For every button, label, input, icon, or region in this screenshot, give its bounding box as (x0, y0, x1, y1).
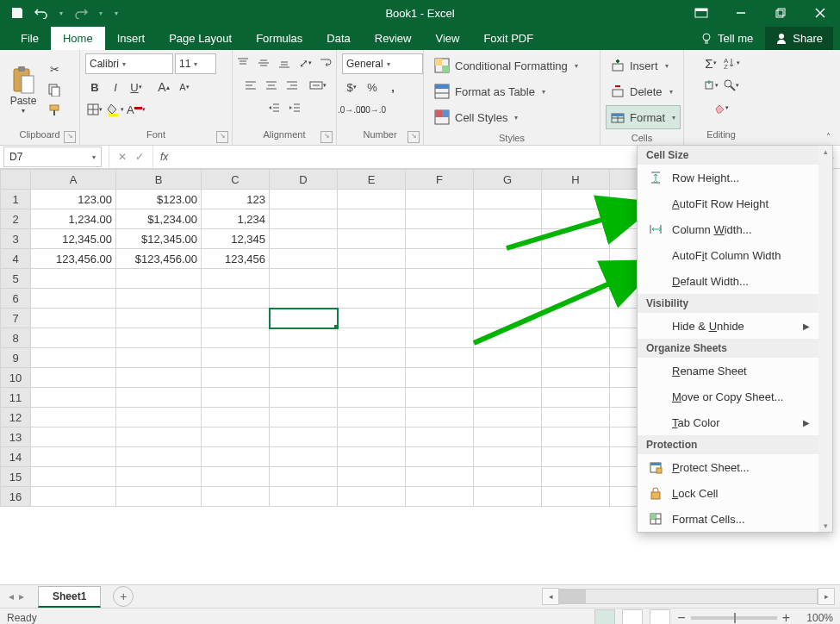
cell-C14[interactable] (202, 447, 270, 467)
cell-D13[interactable] (270, 427, 338, 447)
column-header-F[interactable]: F (406, 170, 474, 190)
cell-F1[interactable] (406, 190, 474, 209)
column-header-H[interactable]: H (542, 170, 610, 190)
font-color-button[interactable]: A▾ (127, 100, 146, 119)
cell-H12[interactable] (542, 408, 610, 427)
undo-dropdown[interactable]: ▾ (55, 3, 67, 23)
cell-A9[interactable] (31, 348, 116, 368)
cell-C3[interactable]: 12,345 (202, 229, 270, 249)
row-header-4[interactable]: 4 (1, 249, 31, 269)
row-header-6[interactable]: 6 (1, 289, 31, 309)
cell-A10[interactable] (31, 368, 116, 388)
cell-C13[interactable] (202, 427, 270, 447)
cell-C7[interactable] (202, 309, 270, 328)
number-format-combo[interactable]: General▾ (342, 53, 423, 74)
accounting-format-button[interactable]: $▾ (342, 78, 361, 97)
zoom-slider[interactable] (691, 616, 777, 620)
cell-B16[interactable] (116, 487, 202, 507)
cell-F2[interactable] (406, 209, 474, 229)
cell-G9[interactable] (474, 348, 542, 368)
cell-E8[interactable] (338, 328, 406, 348)
cell-D6[interactable] (270, 289, 338, 309)
menu-item-autofit-column-width[interactable]: AutoFit Column Width (638, 242, 818, 268)
cell-B5[interactable] (116, 269, 202, 289)
cell-G15[interactable] (474, 467, 542, 487)
cell-E12[interactable] (338, 408, 406, 427)
cell-G6[interactable] (474, 289, 542, 309)
close-button[interactable] (800, 0, 840, 26)
cell-H8[interactable] (542, 328, 610, 348)
sheet-nav-prev[interactable]: ◂ (9, 590, 14, 602)
collapse-ribbon-button[interactable]: ˄ (821, 129, 835, 143)
cell-H6[interactable] (542, 289, 610, 309)
cell-styles-button[interactable]: Cell Styles▾ (429, 105, 523, 129)
cell-G8[interactable] (474, 328, 542, 348)
row-header-9[interactable]: 9 (1, 348, 31, 368)
cell-A12[interactable] (31, 408, 116, 427)
cell-D16[interactable] (270, 487, 338, 507)
cut-button[interactable]: ✂ (45, 59, 64, 78)
cell-H9[interactable] (542, 348, 610, 368)
cell-A13[interactable] (31, 427, 116, 447)
tab-review[interactable]: Review (363, 27, 424, 50)
cell-B13[interactable] (116, 427, 202, 447)
fill-button[interactable]: ▾ (701, 76, 720, 95)
tab-home[interactable]: Home (51, 27, 105, 50)
select-all-corner[interactable] (1, 170, 31, 190)
horizontal-scrollbar[interactable]: ◂ ▸ (542, 589, 835, 604)
cell-G14[interactable] (474, 447, 542, 467)
cell-H7[interactable] (542, 309, 610, 328)
cell-B1[interactable]: $123.00 (116, 190, 202, 209)
cell-D12[interactable] (270, 408, 338, 427)
cell-H16[interactable] (542, 487, 610, 507)
cell-C15[interactable] (202, 467, 270, 487)
copy-button[interactable] (45, 80, 64, 99)
tab-insert[interactable]: Insert (105, 27, 158, 50)
cell-H3[interactable] (542, 229, 610, 249)
cell-D15[interactable] (270, 467, 338, 487)
underline-button[interactable]: U▾ (127, 78, 146, 97)
conditional-formatting-button[interactable]: Conditional Formatting▾ (429, 53, 583, 78)
menu-item-hide-unhide[interactable]: Hide & Unhide▶ (638, 313, 818, 339)
maximize-button[interactable] (761, 0, 800, 26)
cell-C8[interactable] (202, 328, 270, 348)
cell-G7[interactable] (474, 309, 542, 328)
cell-H11[interactable] (542, 388, 610, 408)
cell-A7[interactable] (31, 309, 116, 328)
menu-item-protect-sheet[interactable]: Protect Sheet... (638, 454, 818, 480)
font-size-combo[interactable]: 11▾ (175, 53, 216, 74)
align-bottom-button[interactable] (275, 53, 294, 72)
menu-item-move-or-copy-sheet[interactable]: Move or Copy Sheet... (638, 384, 818, 409)
cell-A14[interactable] (31, 447, 116, 467)
minimize-button[interactable] (721, 0, 761, 26)
cell-D14[interactable] (270, 447, 338, 467)
row-header-2[interactable]: 2 (1, 209, 31, 229)
cell-D2[interactable] (270, 209, 338, 229)
decrease-indent-button[interactable] (264, 98, 283, 117)
cell-C2[interactable]: 1,234 (202, 209, 270, 229)
cell-A8[interactable] (31, 328, 116, 348)
number-dialog-launcher[interactable]: ↘ (408, 131, 420, 143)
cell-E16[interactable] (338, 487, 406, 507)
cell-D9[interactable] (270, 348, 338, 368)
cell-G1[interactable] (474, 190, 542, 209)
cell-E2[interactable] (338, 209, 406, 229)
column-header-C[interactable]: C (202, 170, 270, 190)
cell-D4[interactable] (270, 249, 338, 269)
cell-A2[interactable]: 1,234.00 (31, 209, 116, 229)
cell-D7[interactable] (270, 309, 338, 328)
align-left-button[interactable] (241, 76, 260, 95)
row-header-8[interactable]: 8 (1, 328, 31, 348)
align-right-button[interactable] (283, 76, 302, 95)
cell-E4[interactable] (338, 249, 406, 269)
decrease-decimal-button[interactable]: .00→.0 (363, 100, 382, 119)
cell-C5[interactable] (202, 269, 270, 289)
scroll-left-button[interactable]: ◂ (542, 588, 559, 605)
redo-dropdown[interactable]: ▾ (95, 3, 107, 23)
cell-F15[interactable] (406, 467, 474, 487)
menu-scrollbar[interactable]: ▴▾ (818, 146, 832, 532)
cell-F3[interactable] (406, 229, 474, 249)
menu-item-rename-sheet[interactable]: Rename Sheet (638, 358, 818, 384)
insert-function-button[interactable]: fx (153, 151, 175, 163)
cell-D5[interactable] (270, 269, 338, 289)
